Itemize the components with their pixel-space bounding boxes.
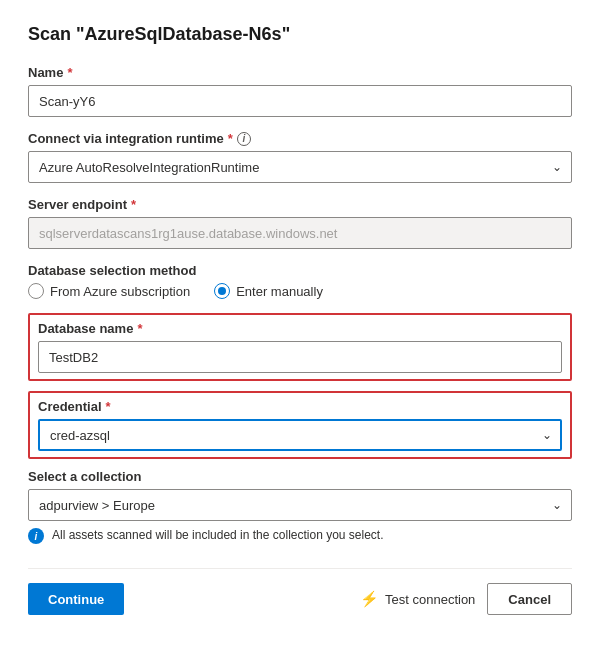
footer: Continue ⚡ Test connection Cancel	[28, 568, 572, 615]
server-endpoint-input	[28, 217, 572, 249]
radio-from-azure[interactable]: From Azure subscription	[28, 283, 190, 299]
radio-from-azure-label: From Azure subscription	[50, 284, 190, 299]
continue-button[interactable]: Continue	[28, 583, 124, 615]
name-input[interactable]	[28, 85, 572, 117]
name-required-star: *	[67, 65, 72, 80]
integration-runtime-select[interactable]: Azure AutoResolveIntegrationRuntime	[28, 151, 572, 183]
credential-select[interactable]: cred-azsql	[38, 419, 562, 451]
integration-runtime-label: Connect via integration runtime * i	[28, 131, 572, 146]
name-label: Name *	[28, 65, 572, 80]
db-selection-label: Database selection method	[28, 263, 572, 278]
collection-info-bar: i All assets scanned will be included in…	[28, 527, 572, 544]
radio-enter-manually-circle[interactable]	[214, 283, 230, 299]
name-field-group: Name *	[28, 65, 572, 117]
db-selection-field-group: Database selection method From Azure sub…	[28, 263, 572, 299]
server-endpoint-required-star: *	[131, 197, 136, 212]
database-name-label: Database name *	[38, 321, 562, 336]
page-title: Scan "AzureSqlDatabase-N6s"	[28, 24, 572, 45]
collection-select[interactable]: adpurview > Europe	[28, 489, 572, 521]
server-endpoint-label: Server endpoint *	[28, 197, 572, 212]
footer-right: ⚡ Test connection Cancel	[360, 583, 572, 615]
integration-runtime-field-group: Connect via integration runtime * i Azur…	[28, 131, 572, 183]
cancel-button[interactable]: Cancel	[487, 583, 572, 615]
credential-label: Credential *	[38, 399, 562, 414]
test-connection-button[interactable]: ⚡ Test connection	[360, 590, 475, 608]
credential-required-star: *	[106, 399, 111, 414]
db-selection-radio-group: From Azure subscription Enter manually	[28, 283, 572, 299]
integration-runtime-info-icon[interactable]: i	[237, 132, 251, 146]
radio-from-azure-circle[interactable]	[28, 283, 44, 299]
database-name-field-group: Database name *	[28, 313, 572, 381]
radio-enter-manually-label: Enter manually	[236, 284, 323, 299]
collection-select-wrapper: adpurview > Europe ⌄	[28, 489, 572, 521]
server-endpoint-field-group: Server endpoint *	[28, 197, 572, 249]
credential-select-wrapper: cred-azsql ⌄	[38, 419, 562, 451]
collection-label: Select a collection	[28, 469, 572, 484]
database-name-input[interactable]	[38, 341, 562, 373]
collection-info-icon: i	[28, 528, 44, 544]
collection-field-group: Select a collection adpurview > Europe ⌄…	[28, 469, 572, 544]
credential-field-group: Credential * cred-azsql ⌄	[28, 391, 572, 459]
integration-required-star: *	[228, 131, 233, 146]
integration-runtime-select-wrapper: Azure AutoResolveIntegrationRuntime ⌄	[28, 151, 572, 183]
collection-info-text: All assets scanned will be included in t…	[52, 527, 384, 544]
radio-enter-manually[interactable]: Enter manually	[214, 283, 323, 299]
test-connection-icon: ⚡	[360, 590, 379, 608]
database-name-required-star: *	[137, 321, 142, 336]
test-connection-label: Test connection	[385, 592, 475, 607]
